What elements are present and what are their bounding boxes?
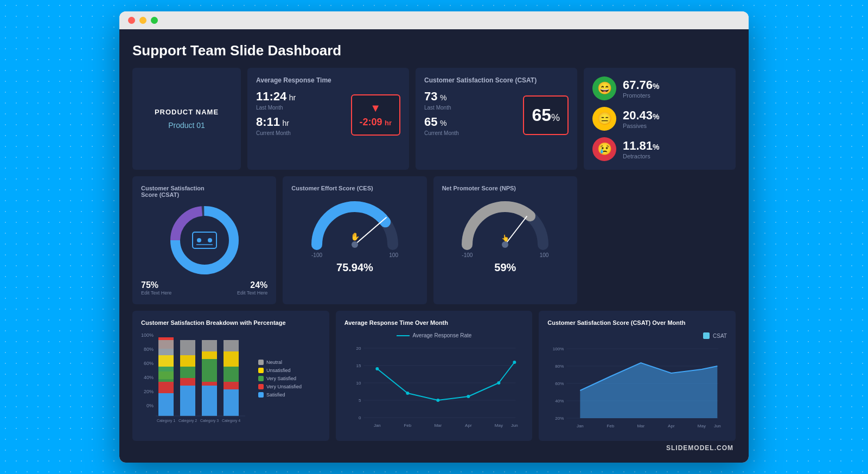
- svg-rect-23: [180, 355, 195, 367]
- detractors-label: Detractors: [623, 153, 660, 159]
- product-card: PRODUCT NAME Product 01: [132, 68, 241, 170]
- passives-value: 20.43%: [623, 108, 660, 123]
- nps-gauge-title: Net Promoter Score (NPS): [442, 185, 569, 191]
- ces-max-label: 100: [389, 252, 398, 258]
- legend-neutral: Neutral: [258, 360, 302, 365]
- breakdown-title: Customer Satisfaction Breakdown with Per…: [141, 319, 321, 326]
- svg-text:100%: 100%: [553, 347, 564, 351]
- response-time-chart-title: Average Response Time Over Month: [344, 319, 524, 326]
- csat-card: Customer Satisfaction Score (CSAT) 73 % …: [416, 68, 577, 170]
- svg-point-4: [197, 238, 201, 242]
- maximize-button[interactable]: [151, 17, 158, 24]
- y-axis: 100% 80% 60% 40% 20% 0%: [141, 332, 154, 419]
- svg-text:Jan: Jan: [374, 423, 381, 428]
- passives-row: 😑 20.43% Passives: [592, 107, 727, 131]
- svg-point-8: [352, 241, 358, 248]
- close-button[interactable]: [128, 17, 135, 24]
- csat-values: 73 % Last Month 65 % Current Month: [424, 89, 516, 140]
- svg-rect-32: [202, 386, 217, 416]
- bar-chart-area: 100% 80% 60% 40% 20% 0%: [141, 332, 321, 425]
- middle-row-spacer: [584, 176, 736, 304]
- svg-text:✋: ✋: [350, 232, 360, 241]
- svg-rect-35: [224, 351, 239, 367]
- promoters-info: 67.76% Promoters: [623, 78, 660, 99]
- top-row: PRODUCT NAME Product 01 Average Response…: [132, 68, 736, 170]
- nps-min-label: -100: [462, 252, 473, 258]
- svg-text:👆: 👆: [501, 234, 509, 242]
- neutral-dot: [258, 360, 264, 365]
- last-month-value: 11:24: [256, 89, 286, 103]
- legend-very-unsatisfied: Very Unsatisfied: [258, 384, 302, 389]
- svg-text:May: May: [698, 424, 706, 428]
- csat-area-legend: CSAT: [547, 332, 727, 339]
- change-value: -2:09: [360, 117, 382, 127]
- csat-last-month-unit: %: [440, 93, 446, 102]
- csat-month-title: Customer Satisfaction Score (CSAT) Over …: [547, 319, 727, 326]
- csat-current-month-label: Current Month: [424, 130, 516, 136]
- middle-row: Customer SatisfactionScore (CSAT): [132, 176, 736, 304]
- svg-rect-31: [202, 382, 217, 386]
- ces-gauge-container: ✋ -100 100 75.94%: [291, 196, 418, 274]
- csat-month-chart-card: Customer Satisfaction Score (CSAT) Over …: [539, 311, 736, 441]
- dashboard-title: Support Team Slide Dashboard: [132, 42, 736, 59]
- response-legend-line: [397, 335, 410, 336]
- svg-rect-17: [158, 355, 174, 367]
- svg-point-52: [406, 392, 409, 395]
- svg-rect-22: [180, 340, 195, 355]
- csat-current-month-value: 65: [424, 115, 437, 129]
- svg-text:10: 10: [356, 381, 361, 386]
- legend-satisfied: Satisfied: [258, 392, 302, 398]
- svg-text:Feb: Feb: [404, 423, 411, 428]
- svg-text:40%: 40%: [556, 399, 564, 403]
- detractors-row: 😢 11.81% Detractors: [592, 137, 727, 161]
- svg-rect-26: [180, 386, 195, 416]
- svg-rect-30: [202, 359, 217, 382]
- minimize-button[interactable]: [139, 17, 146, 24]
- product-label: PRODUCT NAME: [155, 108, 219, 117]
- svg-rect-37: [224, 382, 239, 389]
- response-time-chart-card: Average Response Time Over Month Average…: [336, 311, 533, 441]
- svg-text:Apr: Apr: [668, 424, 675, 428]
- change-unit: hr: [385, 119, 392, 127]
- response-values: 11:24 hr Last Month 8:11 hr Current Mont…: [256, 89, 344, 140]
- donut-left-pct: 75%: [141, 280, 171, 290]
- browser-bar: [119, 11, 749, 29]
- svg-point-54: [467, 395, 470, 398]
- ces-title: Customer Effort Score (CES): [291, 185, 418, 191]
- satisfied-dot: [258, 392, 264, 398]
- csat-title: Customer Satisfaction Score (CSAT): [424, 76, 569, 84]
- csat-big-unit: %: [551, 112, 560, 123]
- svg-text:Category 1: Category 1: [157, 419, 175, 423]
- ces-speedometer: ✋: [306, 196, 404, 250]
- response-time-title: Average Response Time: [256, 76, 400, 84]
- product-name: Product 01: [168, 121, 205, 130]
- csat-current-month: 65 % Current Month: [424, 115, 516, 136]
- bottom-row: Customer Satisfaction Breakdown with Per…: [132, 311, 736, 441]
- donut-labels: 75% Edit Text Here 24% Edit Text Here: [141, 280, 267, 296]
- donut-right-label: Edit Text Here: [237, 290, 267, 296]
- svg-marker-73: [580, 363, 718, 418]
- svg-rect-24: [180, 367, 195, 378]
- passives-label: Passives: [623, 123, 660, 129]
- promoters-emoji: 😄: [592, 76, 616, 100]
- csat-legend-text: CSAT: [713, 333, 727, 339]
- promoters-label: Promoters: [623, 92, 660, 99]
- donut-right-pct: 24%: [237, 280, 267, 290]
- svg-point-55: [497, 381, 500, 385]
- current-month-unit: hr: [283, 119, 289, 127]
- response-chart-legend: Average Response Rate: [344, 332, 524, 338]
- down-arrow-icon: ▼: [360, 102, 392, 114]
- last-month-unit: hr: [289, 93, 296, 102]
- donut-left-label: Edit Text Here: [141, 290, 171, 296]
- svg-rect-34: [224, 340, 239, 351]
- breakdown-chart-card: Customer Satisfaction Breakdown with Per…: [132, 311, 329, 441]
- svg-rect-28: [202, 340, 217, 351]
- svg-text:Jan: Jan: [577, 424, 584, 428]
- detractors-emoji: 😢: [592, 137, 616, 161]
- svg-text:60%: 60%: [556, 381, 564, 386]
- svg-rect-29: [202, 351, 217, 359]
- dashboard: Support Team Slide Dashboard PRODUCT NAM…: [119, 29, 749, 463]
- passives-emoji: 😑: [592, 107, 616, 131]
- svg-rect-19: [158, 382, 174, 393]
- response-time-line-chart: 20 15 10 5 0 Ja: [344, 343, 524, 430]
